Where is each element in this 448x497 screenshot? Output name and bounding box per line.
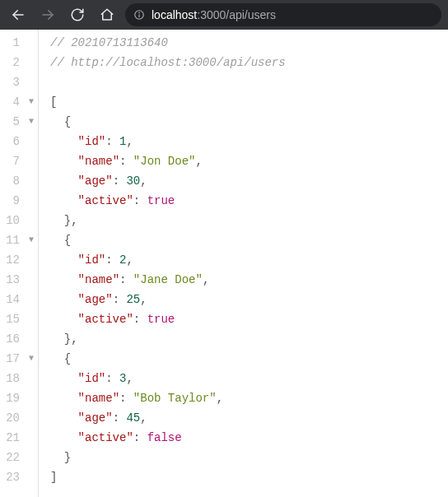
json-value: false — [147, 431, 182, 444]
json-value: Bob Taylor — [140, 392, 209, 405]
line-number: 12 — [0, 250, 25, 270]
line-gutter: 1 2 3 4▼ 5▼ 6 7 8 9 10 11▼ 12 13 14 15 1… — [0, 30, 39, 497]
line-number: 16 — [0, 329, 25, 349]
svg-point-4 — [139, 12, 140, 13]
json-key-active: active — [85, 194, 126, 207]
line-number: 21 — [0, 428, 25, 448]
line-number: 23 — [0, 467, 25, 487]
array-close: ] — [50, 471, 57, 484]
json-viewer: 1 2 3 4▼ 5▼ 6 7 8 9 10 11▼ 12 13 14 15 1… — [0, 30, 448, 497]
line-number: 18 — [0, 369, 25, 388]
object-open: { — [64, 115, 71, 128]
json-value: Jane Doe — [140, 273, 195, 286]
url-bar[interactable]: localhost:3000/api/users — [125, 3, 441, 26]
timestamp-comment: 20210713113640 — [71, 36, 168, 49]
arrow-left-icon — [11, 7, 26, 22]
url-comment: http://localhost:3000/api/users — [71, 56, 285, 69]
fold-toggle[interactable]: ▼ — [25, 230, 38, 250]
line-number: 15 — [0, 309, 25, 329]
object-close: }, — [64, 214, 78, 227]
line-number: 6 — [0, 132, 25, 151]
line-number: 7 — [0, 151, 25, 171]
line-number: 10 — [0, 211, 25, 230]
json-key-age: age — [85, 411, 105, 425]
json-value: Jon Doe — [140, 155, 189, 168]
json-value: true — [147, 194, 175, 207]
line-number: 4 — [0, 92, 25, 112]
fold-toggle[interactable]: ▼ — [25, 112, 38, 132]
json-key-id: id — [85, 372, 99, 385]
line-number: 2 — [0, 53, 25, 72]
fold-toggle[interactable]: ▼ — [25, 92, 38, 112]
reload-button[interactable] — [66, 3, 89, 26]
line-number: 5 — [0, 112, 25, 132]
line-number: 14 — [0, 290, 25, 309]
json-key-name: name — [85, 155, 113, 168]
line-number: 19 — [0, 388, 25, 408]
info-icon — [133, 9, 145, 21]
json-value: 30 — [126, 174, 140, 188]
line-number: 9 — [0, 191, 25, 211]
json-key-name: name — [85, 273, 113, 286]
line-number: 8 — [0, 171, 25, 191]
line-number: 20 — [0, 408, 25, 428]
object-close: }, — [64, 332, 78, 346]
code-content[interactable]: // 20210713113640 // http://localhost:30… — [39, 30, 286, 497]
arrow-right-icon — [40, 7, 55, 22]
line-number: 11 — [0, 230, 25, 250]
forward-button[interactable] — [36, 3, 59, 26]
object-close: } — [64, 451, 71, 464]
fold-toggle[interactable]: ▼ — [25, 349, 38, 369]
array-open: [ — [50, 95, 57, 109]
reload-icon — [70, 7, 85, 22]
url-text: localhost:3000/api/users — [152, 3, 276, 26]
json-key-id: id — [85, 135, 99, 148]
json-value: true — [147, 313, 175, 326]
home-button[interactable] — [96, 3, 119, 26]
json-key-age: age — [85, 293, 105, 306]
line-number: 17 — [0, 349, 25, 369]
line-number: 22 — [0, 448, 25, 467]
json-key-name: name — [85, 392, 113, 405]
line-number: 1 — [0, 33, 25, 53]
object-open: { — [64, 234, 71, 247]
object-open: { — [64, 352, 71, 365]
json-value: 45 — [126, 411, 140, 425]
line-number: 13 — [0, 270, 25, 290]
json-key-id: id — [85, 253, 99, 267]
line-number: 3 — [0, 72, 25, 92]
json-key-age: age — [85, 174, 105, 188]
json-key-active: active — [85, 313, 126, 326]
json-key-active: active — [85, 431, 126, 444]
back-button[interactable] — [7, 3, 30, 26]
home-icon — [100, 7, 114, 22]
browser-toolbar: localhost:3000/api/users — [0, 0, 448, 30]
json-value: 25 — [126, 293, 140, 306]
